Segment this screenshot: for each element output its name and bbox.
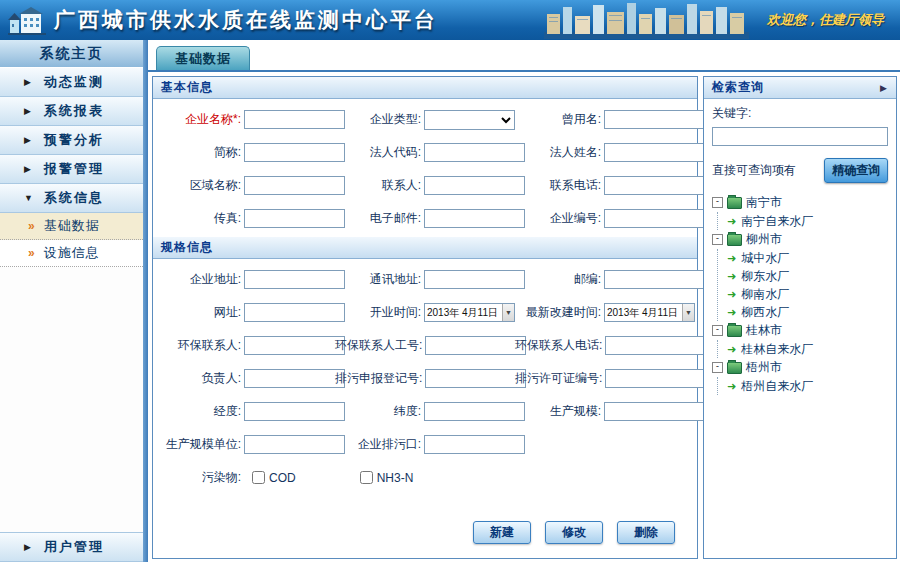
region-name-input[interactable] bbox=[244, 176, 345, 195]
sidebar-subitem-label: 基础数据 bbox=[44, 217, 100, 235]
former-name-input[interactable] bbox=[604, 110, 705, 129]
tree-city-label: 桂林市 bbox=[746, 322, 782, 339]
create-button[interactable]: 新建 bbox=[473, 521, 531, 544]
keyword-input[interactable] bbox=[712, 127, 888, 146]
sidebar-item-label: 系统信息 bbox=[44, 189, 104, 207]
contact-input[interactable] bbox=[424, 176, 525, 195]
discharge-reg-label: 排污申报登记号: bbox=[335, 370, 422, 387]
enterprise-name-input[interactable] bbox=[244, 110, 345, 129]
form-row: 生产规模单位: 企业排污口: bbox=[155, 428, 695, 461]
email-input[interactable] bbox=[424, 209, 525, 228]
zip-label: 邮编: bbox=[515, 271, 601, 288]
tree-children: ➜ 梧州自来水厂 bbox=[717, 377, 888, 395]
website-input[interactable] bbox=[244, 303, 345, 322]
sidebar-item-warning-analysis[interactable]: ▶ 预警分析 bbox=[0, 126, 143, 155]
folder-icon bbox=[727, 234, 742, 246]
env-phone-label: 环保联系人电话: bbox=[515, 337, 602, 354]
sidebar-item-dynamic-monitoring[interactable]: ▶ 动态监测 bbox=[0, 68, 143, 97]
address-input[interactable] bbox=[244, 270, 345, 289]
tree-children: ➜ 南宁自来水厂 bbox=[717, 212, 888, 230]
green-arrow-icon: ➜ bbox=[727, 289, 736, 300]
search-panel-body: 关键字: 直接可查询项有 精确查询 - 南宁市 bbox=[704, 99, 896, 401]
legal-code-label: 法人代码: bbox=[335, 144, 421, 161]
enterprise-code-input[interactable] bbox=[604, 209, 705, 228]
chevron-right-icon: ▶ bbox=[24, 106, 34, 116]
enterprise-name-label: 企业名称*: bbox=[155, 111, 241, 128]
short-name-input[interactable] bbox=[244, 143, 345, 162]
contact-phone-input[interactable] bbox=[604, 176, 705, 195]
orange-arrow-icon: » bbox=[28, 247, 36, 259]
discharge-permit-label: 排污许可证编号: bbox=[515, 370, 602, 387]
env-contact-input[interactable] bbox=[244, 336, 345, 355]
tree-children: ➜ 城中水厂 ➜ 柳东水厂 ➜ 柳南水厂 bbox=[717, 249, 888, 321]
calendar-dropdown-icon[interactable]: ▼ bbox=[502, 304, 514, 321]
modify-button[interactable]: 修改 bbox=[545, 521, 603, 544]
tree-leaf-plant[interactable]: ➜ 柳东水厂 bbox=[727, 267, 888, 285]
enterprise-type-select[interactable] bbox=[424, 110, 515, 130]
sidebar-nav: 系统主页 ▶ 动态监测 ▶ 系统报表 ▶ 预警分析 ▶ 报警管理 ▼ 系统信息 bbox=[0, 40, 143, 562]
open-time-field[interactable]: 2013年 4月11日 ▼ bbox=[424, 303, 515, 322]
collapse-minus-icon[interactable]: - bbox=[712, 362, 723, 373]
rebuild-time-field[interactable]: 2013年 4月11日 ▼ bbox=[604, 303, 695, 322]
tree-leaf-plant[interactable]: ➜ 柳南水厂 bbox=[727, 285, 888, 303]
sidebar-item-user-management[interactable]: ▶ 用户管理 bbox=[0, 532, 143, 562]
env-phone-input[interactable] bbox=[605, 336, 706, 355]
legal-name-input[interactable] bbox=[604, 143, 705, 162]
tree-leaf-plant[interactable]: ➜ 梧州自来水厂 bbox=[727, 377, 888, 395]
tree-node-liuzhou[interactable]: - 柳州市 bbox=[712, 230, 888, 249]
form-row: 简称: 法人代码: 法人姓名: bbox=[155, 136, 695, 169]
scale-input[interactable] bbox=[604, 402, 705, 421]
tree-leaf-plant[interactable]: ➜ 城中水厂 bbox=[727, 249, 888, 267]
sidebar-item-alarm-management[interactable]: ▶ 报警管理 bbox=[0, 155, 143, 184]
tree-children: ➜ 桂林自来水厂 bbox=[717, 340, 888, 358]
env-worker-id-input[interactable] bbox=[425, 336, 526, 355]
basic-info-section-header: 基本信息 bbox=[153, 77, 697, 99]
latitude-input[interactable] bbox=[424, 402, 525, 421]
tree-node-guilin[interactable]: - 桂林市 bbox=[712, 321, 888, 340]
search-panel-title: 检索查询 bbox=[712, 79, 764, 96]
fax-input[interactable] bbox=[244, 209, 345, 228]
zip-input[interactable] bbox=[604, 270, 705, 289]
pollutant-label: 污染物: bbox=[155, 469, 241, 486]
collapse-minus-icon[interactable]: - bbox=[712, 234, 723, 245]
mail-address-input[interactable] bbox=[424, 270, 525, 289]
longitude-input[interactable] bbox=[244, 402, 345, 421]
delete-button[interactable]: 删除 bbox=[617, 521, 675, 544]
nh3n-checkbox[interactable] bbox=[360, 471, 373, 484]
orange-arrow-icon: » bbox=[28, 220, 36, 232]
sidebar-subitem-basic-data[interactable]: » 基础数据 bbox=[0, 213, 143, 240]
sidebar-item-system-reports[interactable]: ▶ 系统报表 bbox=[0, 97, 143, 126]
calendar-dropdown-icon[interactable]: ▼ bbox=[682, 304, 694, 321]
sidebar-home[interactable]: 系统主页 bbox=[0, 40, 143, 68]
green-arrow-icon: ➜ bbox=[727, 271, 736, 282]
chevron-right-icon: ▶ bbox=[24, 164, 34, 174]
tab-basic-data[interactable]: 基础数据 bbox=[156, 46, 250, 70]
fax-label: 传真: bbox=[155, 210, 241, 227]
short-name-label: 简称: bbox=[155, 144, 241, 161]
tree-city-label: 南宁市 bbox=[746, 194, 782, 211]
tree-leaf-plant[interactable]: ➜ 桂林自来水厂 bbox=[727, 340, 888, 358]
collapse-minus-icon[interactable]: - bbox=[712, 197, 723, 208]
tree-leaf-plant[interactable]: ➜ 柳西水厂 bbox=[727, 303, 888, 321]
legal-code-input[interactable] bbox=[424, 143, 525, 162]
sidebar-subitem-facility-info[interactable]: » 设施信息 bbox=[0, 240, 143, 267]
precise-query-button[interactable]: 精确查询 bbox=[824, 158, 888, 183]
scale-unit-input[interactable] bbox=[244, 435, 345, 454]
tree-node-wuzhou[interactable]: - 梧州市 bbox=[712, 358, 888, 377]
search-panel-header: 检索查询 ▶ bbox=[704, 77, 896, 99]
sidebar-item-system-info[interactable]: ▼ 系统信息 bbox=[0, 184, 143, 213]
cod-checkbox[interactable] bbox=[252, 471, 265, 484]
spec-info-form: 企业地址: 通讯地址: 邮编: bbox=[153, 259, 697, 496]
discharge-permit-input[interactable] bbox=[605, 369, 706, 388]
outlet-input[interactable] bbox=[424, 435, 525, 454]
discharge-reg-input[interactable] bbox=[425, 369, 526, 388]
chevron-right-icon: ▶ bbox=[24, 542, 34, 552]
collapse-minus-icon[interactable]: - bbox=[712, 325, 723, 336]
panel-collapse-icon[interactable]: ▶ bbox=[880, 83, 888, 93]
chevron-right-icon: ▶ bbox=[24, 77, 34, 87]
tree-leaf-plant[interactable]: ➜ 南宁自来水厂 bbox=[727, 212, 888, 230]
tree-node-nanning[interactable]: - 南宁市 bbox=[712, 193, 888, 212]
city-skyline-image bbox=[544, 1, 749, 39]
manager-input[interactable] bbox=[244, 369, 345, 388]
address-label: 企业地址: bbox=[155, 271, 241, 288]
